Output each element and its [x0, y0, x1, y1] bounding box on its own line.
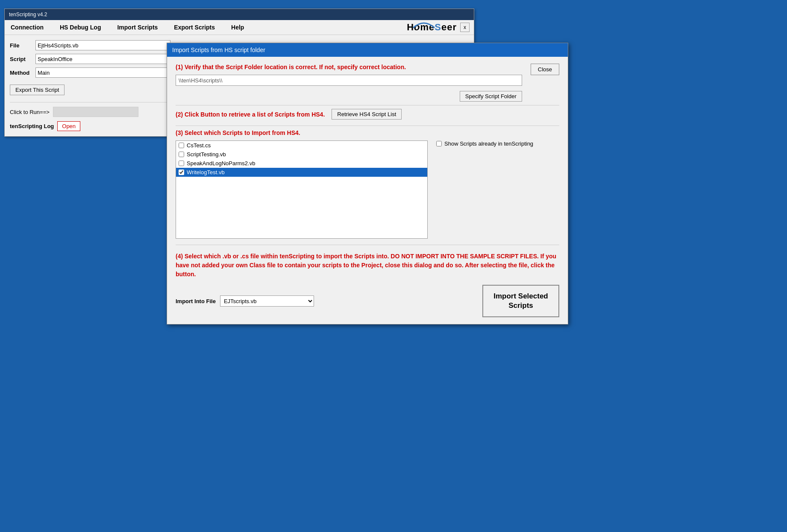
dialog-title-bar: Import Scripts from HS script folder — [167, 43, 568, 57]
click-to-run-row: Click to Run==> — [10, 107, 170, 117]
close-dialog-button[interactable]: Close — [531, 64, 559, 75]
import-dialog: Import Scripts from HS script folder (1)… — [167, 43, 568, 324]
step2-area: (2) Click Button to retrieve a list of S… — [176, 109, 559, 120]
folder-row — [176, 75, 522, 86]
method-row: Method — [10, 67, 170, 78]
show-scripts-area: Show Scripts already in tenScripting — [436, 140, 559, 147]
homeseer-arc-icon — [411, 18, 437, 30]
script-checkbox-1[interactable] — [179, 152, 184, 157]
list-item-selected[interactable]: WritelogTest.vb — [176, 168, 427, 177]
open-log-button[interactable]: Open — [57, 121, 80, 131]
file-label: File — [10, 42, 35, 49]
step4-text: (4) Select which .vb or .cs file within … — [176, 252, 559, 279]
menu-hs-debug-log[interactable]: HS Debug Log — [58, 23, 103, 32]
script-name-1: ScriptTesting.vb — [187, 151, 226, 158]
specify-script-folder-button[interactable]: Specify Script Folder — [460, 91, 522, 102]
import-bottom: Import Into File EJTscripts.vb EjtHs4Scr… — [176, 285, 559, 317]
step1-area: (1) Verify that the Script Folder locati… — [176, 64, 559, 102]
left-panel: File Script Method Export This Script Cl… — [5, 35, 176, 136]
dialog-title: Import Scripts from HS script folder — [172, 47, 265, 53]
log-label: tenScripting Log — [10, 123, 54, 129]
homeseer-logo-text: HomeSeer — [407, 22, 457, 33]
step1-left: (1) Verify that the Script Folder locati… — [176, 64, 522, 102]
file-row: File — [10, 40, 170, 50]
folder-path-input[interactable] — [176, 75, 522, 86]
script-input[interactable] — [35, 54, 170, 64]
dialog-body: (1) Verify that the Script Folder locati… — [167, 57, 568, 324]
import-selected-scripts-button[interactable]: Import Selected Scripts — [482, 285, 559, 317]
log-row: tenScripting Log Open — [10, 121, 170, 131]
step3-area: (3) Select which Scripts to Import from … — [176, 129, 559, 239]
scripts-listbox: CsTest.cs ScriptTesting.vb SpeakAndLogNo… — [176, 140, 428, 239]
script-checkbox-2[interactable] — [179, 161, 184, 166]
import-btn-line1: Import Selected — [493, 292, 548, 300]
script-name-0: CsTest.cs — [187, 142, 211, 149]
import-btn-line2: Scripts — [508, 301, 533, 310]
run-input[interactable] — [53, 107, 138, 117]
export-this-script-button[interactable]: Export This Script — [10, 85, 65, 95]
import-into-row: Import Into File EJTscripts.vb EjtHs4Scr… — [176, 295, 314, 307]
script-row: Script — [10, 54, 170, 64]
show-scripts-checkbox[interactable] — [436, 141, 442, 146]
close-button[interactable]: x — [460, 23, 470, 32]
script-checkbox-3[interactable] — [179, 170, 184, 175]
step3-text: (3) Select which Scripts to Import from … — [176, 129, 559, 136]
script-label: Script — [10, 56, 35, 62]
import-into-select[interactable]: EJTscripts.vb EjtHs4Scripts.vb — [220, 295, 314, 307]
step2-text: (2) Click Button to retrieve a list of S… — [176, 111, 325, 118]
title-bar: tenScripting v4.2 — [5, 9, 474, 20]
script-name-2: SpeakAndLogNoParms2.vb — [187, 160, 255, 167]
menu-import-scripts[interactable]: Import Scripts — [115, 23, 159, 32]
script-name-3: WritelogTest.vb — [187, 169, 225, 175]
homeseer-logo: HomeSeer x — [407, 22, 470, 33]
list-item[interactable]: ScriptTesting.vb — [176, 150, 427, 159]
click-to-run-label: Click to Run==> — [10, 109, 50, 115]
scripts-list-area: CsTest.cs ScriptTesting.vb SpeakAndLogNo… — [176, 140, 559, 239]
import-into-label: Import Into File — [176, 298, 216, 304]
menu-export-scripts[interactable]: Export Scripts — [172, 23, 217, 32]
app-title: tenScripting v4.2 — [9, 12, 47, 18]
menu-bar: Connection HS Debug Log Import Scripts E… — [5, 20, 474, 35]
step1-text: (1) Verify that the Script Folder locati… — [176, 64, 522, 70]
list-item[interactable]: CsTest.cs — [176, 141, 427, 150]
show-scripts-label: Show Scripts already in tenScripting — [444, 140, 533, 147]
menu-connection[interactable]: Connection — [9, 23, 45, 32]
menu-help[interactable]: Help — [229, 23, 246, 32]
file-input[interactable] — [35, 40, 170, 50]
method-label: Method — [10, 70, 35, 76]
retrieve-hs4-script-list-button[interactable]: Retrieve HS4 Script List — [332, 109, 402, 120]
list-item[interactable]: SpeakAndLogNoParms2.vb — [176, 159, 427, 168]
method-input[interactable] — [35, 67, 170, 78]
script-checkbox-0[interactable] — [179, 143, 184, 148]
